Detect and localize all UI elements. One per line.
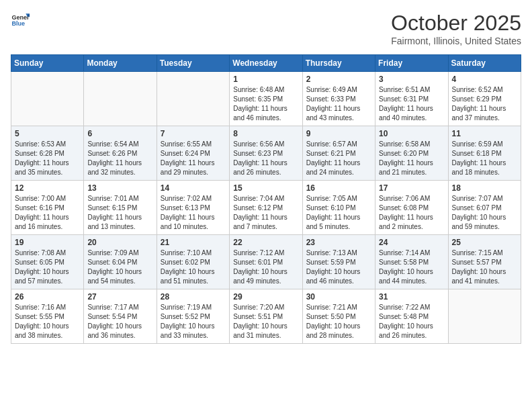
day-number: 11 [452, 129, 517, 138]
day-content: Sunrise: 7:19 AM Sunset: 5:52 PM Dayligh… [161, 303, 226, 340]
calendar-day-cell: 16Sunrise: 7:05 AM Sunset: 6:10 PM Dayli… [302, 181, 375, 235]
day-content: Sunrise: 7:17 AM Sunset: 5:54 PM Dayligh… [87, 303, 152, 340]
svg-text:Blue: Blue [11, 20, 25, 27]
day-content: Sunrise: 6:52 AM Sunset: 6:29 PM Dayligh… [452, 85, 517, 123]
day-content: Sunrise: 7:14 AM Sunset: 5:58 PM Dayligh… [379, 248, 444, 286]
day-number: 3 [379, 75, 444, 84]
calendar-week-row: 5Sunrise: 6:53 AM Sunset: 6:28 PM Daylig… [11, 126, 521, 181]
day-content: Sunrise: 6:54 AM Sunset: 6:26 PM Dayligh… [87, 140, 152, 177]
calendar-day-header: Thursday [302, 55, 375, 72]
calendar-day-cell: 29Sunrise: 7:20 AM Sunset: 5:51 PM Dayli… [230, 289, 302, 344]
day-number: 20 [87, 238, 152, 247]
day-content: Sunrise: 7:01 AM Sunset: 6:15 PM Dayligh… [87, 194, 152, 232]
calendar-day-cell: 22Sunrise: 7:12 AM Sunset: 6:01 PM Dayli… [230, 235, 302, 289]
calendar-day-cell [157, 72, 229, 126]
calendar-day-cell: 9Sunrise: 6:57 AM Sunset: 6:21 PM Daylig… [302, 126, 375, 181]
day-content: Sunrise: 7:02 AM Sunset: 6:13 PM Dayligh… [161, 194, 226, 232]
day-number: 24 [379, 238, 444, 247]
calendar-day-cell: 13Sunrise: 7:01 AM Sunset: 6:15 PM Dayli… [84, 181, 157, 235]
calendar-day-header: Friday [375, 55, 448, 72]
day-content: Sunrise: 6:56 AM Sunset: 6:23 PM Dayligh… [233, 140, 298, 177]
day-content: Sunrise: 7:00 AM Sunset: 6:16 PM Dayligh… [15, 194, 80, 232]
calendar-day-cell [11, 72, 84, 126]
day-number: 15 [233, 183, 298, 193]
calendar-day-cell: 15Sunrise: 7:04 AM Sunset: 6:12 PM Dayli… [230, 181, 302, 235]
day-content: Sunrise: 7:10 AM Sunset: 6:02 PM Dayligh… [161, 248, 226, 286]
day-content: Sunrise: 7:05 AM Sunset: 6:10 PM Dayligh… [306, 194, 371, 232]
calendar-day-cell [448, 289, 521, 344]
day-number: 10 [379, 129, 444, 138]
day-content: Sunrise: 6:59 AM Sunset: 6:18 PM Dayligh… [452, 140, 517, 177]
day-number: 19 [15, 238, 80, 247]
day-content: Sunrise: 7:16 AM Sunset: 5:55 PM Dayligh… [15, 303, 80, 340]
calendar-day-cell: 3Sunrise: 6:51 AM Sunset: 6:31 PM Daylig… [375, 72, 448, 126]
calendar-day-cell: 6Sunrise: 6:54 AM Sunset: 6:26 PM Daylig… [84, 126, 157, 181]
calendar-day-cell: 25Sunrise: 7:15 AM Sunset: 5:57 PM Dayli… [448, 235, 521, 289]
day-content: Sunrise: 6:58 AM Sunset: 6:20 PM Dayligh… [379, 140, 444, 177]
day-number: 14 [161, 183, 226, 193]
month-title: October 2025 [391, 11, 521, 36]
calendar-day-cell: 8Sunrise: 6:56 AM Sunset: 6:23 PM Daylig… [230, 126, 302, 181]
day-number: 12 [15, 183, 80, 193]
day-content: Sunrise: 7:04 AM Sunset: 6:12 PM Dayligh… [233, 194, 298, 232]
day-number: 4 [452, 75, 517, 84]
calendar-day-header: Monday [84, 55, 157, 72]
day-number: 28 [161, 292, 226, 302]
day-number: 8 [233, 129, 298, 138]
calendar-week-row: 26Sunrise: 7:16 AM Sunset: 5:55 PM Dayli… [11, 289, 521, 344]
calendar-day-cell: 7Sunrise: 6:55 AM Sunset: 6:24 PM Daylig… [157, 126, 229, 181]
day-content: Sunrise: 7:06 AM Sunset: 6:08 PM Dayligh… [379, 194, 444, 232]
day-content: Sunrise: 7:12 AM Sunset: 6:01 PM Dayligh… [233, 248, 298, 286]
calendar-day-cell: 1Sunrise: 6:48 AM Sunset: 6:35 PM Daylig… [230, 72, 302, 126]
day-number: 9 [306, 129, 371, 138]
calendar-day-cell: 2Sunrise: 6:49 AM Sunset: 6:33 PM Daylig… [302, 72, 375, 126]
day-number: 31 [379, 292, 444, 302]
calendar-day-cell: 20Sunrise: 7:09 AM Sunset: 6:04 PM Dayli… [84, 235, 157, 289]
calendar-day-cell: 24Sunrise: 7:14 AM Sunset: 5:58 PM Dayli… [375, 235, 448, 289]
day-number: 17 [379, 183, 444, 193]
calendar-week-row: 1Sunrise: 6:48 AM Sunset: 6:35 PM Daylig… [11, 72, 521, 126]
day-number: 1 [233, 75, 298, 84]
calendar-day-cell: 4Sunrise: 6:52 AM Sunset: 6:29 PM Daylig… [448, 72, 521, 126]
title-block: October 2025 Fairmont, Illinois, United … [391, 11, 521, 46]
calendar-day-header: Tuesday [157, 55, 229, 72]
calendar-day-cell: 31Sunrise: 7:22 AM Sunset: 5:48 PM Dayli… [375, 289, 448, 344]
day-number: 23 [306, 238, 371, 247]
calendar-day-cell: 28Sunrise: 7:19 AM Sunset: 5:52 PM Dayli… [157, 289, 229, 344]
day-number: 2 [306, 75, 371, 84]
day-content: Sunrise: 7:13 AM Sunset: 5:59 PM Dayligh… [306, 248, 371, 286]
day-number: 5 [15, 129, 80, 138]
day-content: Sunrise: 7:08 AM Sunset: 6:05 PM Dayligh… [15, 248, 80, 286]
day-number: 26 [15, 292, 80, 302]
calendar-day-cell: 14Sunrise: 7:02 AM Sunset: 6:13 PM Dayli… [157, 181, 229, 235]
day-number: 13 [87, 183, 152, 193]
calendar-table: SundayMondayTuesdayWednesdayThursdayFrid… [11, 54, 521, 344]
calendar-day-cell: 5Sunrise: 6:53 AM Sunset: 6:28 PM Daylig… [11, 126, 84, 181]
calendar-day-cell: 10Sunrise: 6:58 AM Sunset: 6:20 PM Dayli… [375, 126, 448, 181]
day-content: Sunrise: 6:55 AM Sunset: 6:24 PM Dayligh… [161, 140, 226, 177]
day-content: Sunrise: 7:09 AM Sunset: 6:04 PM Dayligh… [87, 248, 152, 286]
calendar-day-cell: 17Sunrise: 7:06 AM Sunset: 6:08 PM Dayli… [375, 181, 448, 235]
calendar-day-cell: 19Sunrise: 7:08 AM Sunset: 6:05 PM Dayli… [11, 235, 84, 289]
calendar-week-row: 19Sunrise: 7:08 AM Sunset: 6:05 PM Dayli… [11, 235, 521, 289]
calendar-day-cell: 30Sunrise: 7:21 AM Sunset: 5:50 PM Dayli… [302, 289, 375, 344]
logo-icon: General Blue [11, 11, 30, 30]
day-content: Sunrise: 6:51 AM Sunset: 6:31 PM Dayligh… [379, 85, 444, 123]
day-number: 7 [161, 129, 226, 138]
day-number: 27 [87, 292, 152, 302]
day-number: 22 [233, 238, 298, 247]
day-number: 29 [233, 292, 298, 302]
day-content: Sunrise: 6:48 AM Sunset: 6:35 PM Dayligh… [233, 85, 298, 123]
calendar-day-cell: 21Sunrise: 7:10 AM Sunset: 6:02 PM Dayli… [157, 235, 229, 289]
day-number: 16 [306, 183, 371, 193]
day-content: Sunrise: 7:15 AM Sunset: 5:57 PM Dayligh… [452, 248, 517, 286]
day-number: 30 [306, 292, 371, 302]
calendar-week-row: 12Sunrise: 7:00 AM Sunset: 6:16 PM Dayli… [11, 181, 521, 235]
calendar-day-cell: 23Sunrise: 7:13 AM Sunset: 5:59 PM Dayli… [302, 235, 375, 289]
day-number: 21 [161, 238, 226, 247]
calendar-day-cell: 26Sunrise: 7:16 AM Sunset: 5:55 PM Dayli… [11, 289, 84, 344]
day-number: 6 [87, 129, 152, 138]
calendar-day-cell: 11Sunrise: 6:59 AM Sunset: 6:18 PM Dayli… [448, 126, 521, 181]
calendar-day-header: Wednesday [230, 55, 302, 72]
day-content: Sunrise: 6:57 AM Sunset: 6:21 PM Dayligh… [306, 140, 371, 177]
